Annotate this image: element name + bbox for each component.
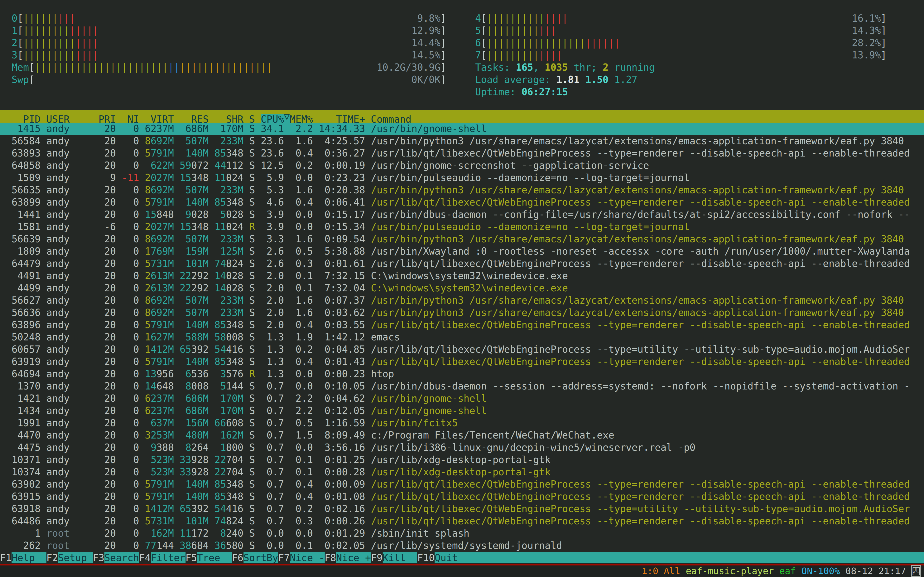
table-row[interactable]: 4499 andy 20 0 2613M 22292 14028 S 2.0 0… <box>0 282 924 294</box>
shr-cell: 54416 <box>215 503 243 514</box>
state-cell: S <box>249 503 255 514</box>
table-row[interactable]: 63893 andy 20 0 5791M 140M 85348 S 23.6 … <box>0 147 924 160</box>
command-cell: /sbin/init splash <box>371 528 469 539</box>
virt-cell: 637M <box>151 417 174 429</box>
res-cell: 101M <box>186 516 208 527</box>
shr-cell: 11024 <box>215 221 243 232</box>
shr-cell: 14028 <box>215 270 243 281</box>
virt-cell: 5791M <box>145 356 174 367</box>
cpu-cell: 3.9 <box>255 221 284 232</box>
fkey-quit[interactable]: F10Quit <box>417 552 470 563</box>
virt-cell: 1412M <box>145 503 174 514</box>
table-row[interactable]: 63918 andy 20 0 1412M 65392 54416 S 0.7 … <box>0 503 924 515</box>
table-row[interactable]: 1421 andy 20 0 6237M 686M 170M S 0.7 2.2… <box>0 392 924 405</box>
table-row[interactable]: 63902 andy 20 0 5791M 140M 85348 S 0.7 0… <box>0 478 924 490</box>
table-row[interactable]: 4491 andy 20 0 2613M 22292 14028 S 2.0 0… <box>0 270 924 282</box>
table-row[interactable]: 63899 andy 20 0 5791M 140M 85348 S 4.6 0… <box>0 196 924 208</box>
fkey-help[interactable]: F1Help <box>0 552 47 563</box>
table-row[interactable]: 1434 andy 20 0 6237M 686M 170M S 0.7 2.2… <box>0 405 924 417</box>
state-cell: S <box>249 417 255 429</box>
table-row[interactable]: 10371 andy 20 0 523M 33928 22704 S 0.7 0… <box>0 454 924 466</box>
table-row[interactable]: 56639 andy 20 0 8692M 507M 233M S 3.3 1.… <box>0 233 924 245</box>
command-cell: /usr/lib/qt/libexec/QtWebEngineProcess -… <box>371 148 910 159</box>
virt-cell: 2613M <box>145 282 174 293</box>
virt-cell: 622M <box>151 160 174 171</box>
table-row[interactable]: 64486 andy 20 0 5731M 101M 74824 S 0.7 0… <box>0 515 924 527</box>
ni-cell: 0 <box>122 160 139 171</box>
command-cell: /usr/bin/Xwayland :0 -rootless -noreset … <box>371 246 910 257</box>
mem-cell: 2.2 <box>284 393 313 404</box>
ni-cell: 0 <box>122 368 139 379</box>
virt-cell: 5791M <box>145 479 174 490</box>
time-cell: 3:56.16 <box>313 442 365 453</box>
table-row[interactable]: 63915 andy 20 0 5791M 140M 85348 S 0.7 0… <box>0 490 924 503</box>
mem-cell: 0.1 <box>284 466 313 477</box>
command-cell: /usr/lib/xdg-desktop-portal-gtk <box>371 454 551 465</box>
pid-cell: 4470 <box>0 430 41 441</box>
table-row[interactable]: 1441 andy 20 0 15848 9028 5028 S 3.9 0.0… <box>0 208 924 221</box>
cpu-cell: 1.3 <box>255 368 284 379</box>
table-row[interactable]: 56635 andy 20 0 8692M 507M 233M S 5.3 1.… <box>0 184 924 196</box>
cpu-cell: 1.3 <box>255 332 284 343</box>
table-row[interactable]: 63919 andy 20 0 5791M 140M 85348 S 1.3 0… <box>0 356 924 368</box>
fkey-filter[interactable]: F4Filter <box>139 552 186 563</box>
cpu-cell: 34.1 <box>255 123 284 134</box>
cpu7-meter-value: 13.9% <box>852 50 881 61</box>
table-row[interactable]: 1415 andy 20 0 6237M 686M 170M S 34.1 2.… <box>0 122 924 135</box>
time-cell: 0:04.62 <box>313 393 365 404</box>
fkey-tree[interactable]: F5Tree <box>186 552 232 563</box>
state-cell: S <box>249 282 255 293</box>
fkey-search[interactable]: F3Search <box>93 552 139 563</box>
cpu-cell: 0.7 <box>255 466 284 477</box>
pri-cell: 20 <box>99 344 116 355</box>
table-row[interactable]: 64694 andy 20 0 13956 6536 3576 R 1.3 0.… <box>0 368 924 380</box>
fkey-sortby[interactable]: F6SortBy <box>232 552 278 563</box>
table-row[interactable]: 1991 andy 20 0 637M 156M 66608 S 0.7 0.5… <box>0 417 924 429</box>
state-cell: S <box>249 540 255 551</box>
table-row[interactable]: 63896 andy 20 0 5791M 140M 85348 S 2.0 0… <box>0 319 924 331</box>
virt-cell: 6237M <box>145 123 174 134</box>
table-row[interactable]: 10374 andy 20 0 523M 33928 22704 S 0.7 0… <box>0 466 924 478</box>
mem-cell: 0.2 <box>284 503 313 514</box>
table-row[interactable]: 56636 andy 20 0 8692M 507M 233M S 2.0 1.… <box>0 306 924 319</box>
time-cell: 0:09.54 <box>313 234 365 245</box>
table-row[interactable]: 1 root 20 0 162M 11172 8240 S 0.0 0.0 0:… <box>0 527 924 540</box>
user-cell: andy <box>47 234 99 245</box>
ni-cell: 0 <box>122 282 139 293</box>
virt-cell: 2027M <box>145 172 174 183</box>
fkey-nice-[interactable]: F8Nice + <box>325 552 371 563</box>
pid-cell: 63896 <box>0 319 41 330</box>
sort-desc-icon: ▽ <box>284 110 290 122</box>
table-row[interactable]: 1809 andy 20 0 1769M 159M 125M S 2.6 0.5… <box>0 245 924 258</box>
pri-cell: 20 <box>99 270 116 281</box>
res-cell: 140M <box>186 491 208 502</box>
res-cell: 140M <box>186 356 208 367</box>
cpu-cell: 2.6 <box>255 246 284 257</box>
virt-cell: 1769M <box>145 246 174 257</box>
status-weekday-cursor: 四 <box>911 566 921 576</box>
table-row[interactable]: 262 root 20 0 77144 38684 36580 S 0.0 0.… <box>0 540 924 552</box>
table-row[interactable]: 4470 andy 20 0 3253M 480M 162M S 0.7 1.5… <box>0 429 924 442</box>
table-row[interactable]: 4475 andy 20 0 9388 8264 1800 S 0.7 0.0 … <box>0 442 924 454</box>
table-row[interactable]: 56627 andy 20 0 8692M 507M 233M S 2.0 1.… <box>0 294 924 306</box>
fkey-setup[interactable]: F2Setup <box>47 552 93 563</box>
cpu-cell: 5.9 <box>255 172 284 183</box>
table-row[interactable]: 1581 andy -6 0 2027M 15348 11024 R 3.9 0… <box>0 221 924 233</box>
shr-cell: 85348 <box>215 319 243 330</box>
table-row[interactable]: 1509 andy 9 -11 2027M 15348 11024 S 5.9 … <box>0 172 924 184</box>
table-row[interactable]: 64858 andy 20 0 622M 59072 44112 S 12.5 … <box>0 160 924 172</box>
virt-cell: 14648 <box>145 380 174 392</box>
table-row[interactable]: 1370 andy 20 0 14648 8008 5144 S 0.7 0.0… <box>0 380 924 392</box>
ni-cell: 0 <box>122 516 139 527</box>
command-cell: /usr/bin/fcitx5 <box>371 417 458 429</box>
table-row[interactable]: 64479 andy 20 0 5731M 101M 74824 S 2.6 0… <box>0 258 924 270</box>
pri-cell: 20 <box>99 356 116 367</box>
table-row[interactable]: 56584 andy 20 0 8692M 507M 233M S 23.6 1… <box>0 135 924 147</box>
table-row[interactable]: 60657 andy 20 0 1412M 65392 54416 S 1.3 … <box>0 343 924 356</box>
state-cell: S <box>249 123 255 134</box>
htop-terminal: 0[||||||||| 9.8%] 4[|||||||||||||| 16.1%… <box>0 0 924 577</box>
table-row[interactable]: 50248 andy 20 0 1627M 588M 58008 S 1.3 1… <box>0 331 924 343</box>
fkey-kill[interactable]: F9Kill <box>371 552 417 563</box>
fkey-nice-[interactable]: F7Nice - <box>278 552 325 563</box>
pid-cell: 56639 <box>0 234 41 245</box>
